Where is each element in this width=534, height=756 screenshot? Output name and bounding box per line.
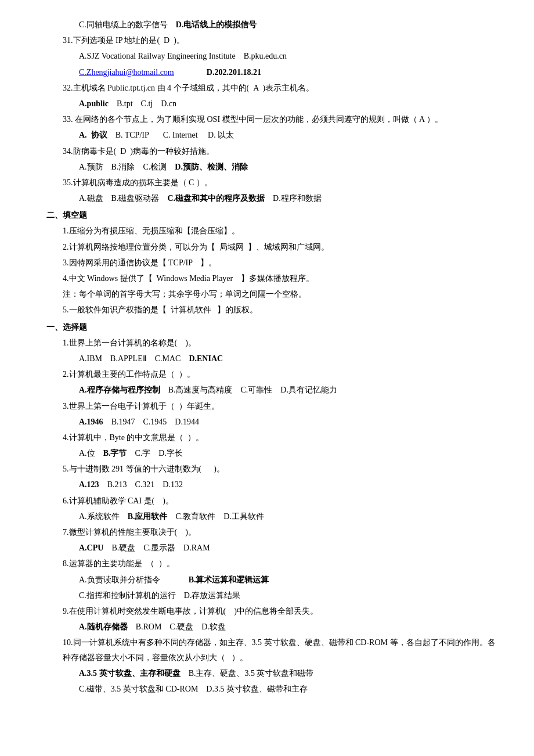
q4-options: A.位 B.字节 C.字 D.字长: [46, 446, 499, 460]
q10: 10.同一计算机系统中有多种不同的存储器，如主存、3.5 英寸软盘、硬盘、磁带和…: [46, 635, 499, 664]
line-2: 31.下列选项是 IP 地址的是( D )。: [46, 33, 499, 48]
answer-a-8: A. 协议: [79, 131, 107, 139]
q1-options: A.IBM B.APPLEⅡ C.MAC D.ENIAC: [46, 351, 499, 366]
q8-options-2: C.指挥和控制计算机的运行 D.存放运算结果: [46, 588, 499, 603]
q10-options-2: C.磁带、3.5 英寸软盘和 CD-ROM D.3.5 英寸软盘、磁带和主存: [46, 682, 499, 696]
answer-a-q7: A.CPU: [79, 543, 103, 552]
answer-d-1: D.电话线上的模拟信号: [176, 20, 257, 29]
email-link: C.Zhengjiahui@hotmail.com: [79, 68, 174, 77]
q2-options: A.程序存储与程序控制 B.高速度与高精度 C.可靠性 D.具有记忆能力: [46, 383, 499, 397]
line-7: 33. 在网络的各个节点上，为了顺利实现 OSI 模型中同一层次的功能，必须共同…: [46, 112, 499, 127]
q9: 9.在使用计算机时突然发生断电事故，计算机( )中的信息将全部丢失。: [46, 604, 499, 618]
q8: 8.运算器的主要功能是 （ ）。: [46, 556, 499, 571]
q3: 3.世界上第一台电子计算机于（ ）年诞生。: [46, 399, 499, 413]
q3-options: A.1946 B.1947 C.1945 D.1944: [46, 415, 499, 429]
q2: 2.计算机最主要的工作特点是（ ）。: [46, 367, 499, 381]
line-8: A. 协议 B. TCP/IP C. Internet D. 以太: [46, 128, 499, 142]
q8-options-1: A.负责读取并分析指令 B.算术运算和逻辑运算: [46, 573, 499, 587]
section-choice: 一、选择题: [46, 320, 499, 334]
line-9: 34.防病毒卡是( D )病毒的一种较好措施。: [46, 144, 499, 159]
fill-1: 1.压缩分为有损压缩、无损压缩和【混合压缩】。: [46, 224, 499, 238]
line-4: C.Zhengjiahui@hotmail.com D.202.201.18.2…: [46, 65, 499, 80]
q1: 1.世界上第一台计算机的名称是( )。: [46, 336, 499, 350]
answer-c-12: C.磁盘和其中的程序及数据: [167, 194, 265, 203]
answer-d-2: D.202.201.18.21: [207, 68, 261, 77]
main-content: C.同轴电缆上的数字信号 D.电话线上的模拟信号 31.下列选项是 IP 地址的…: [46, 17, 499, 696]
line-11: 35.计算机病毒造成的损坏主要是（ C ）。: [46, 175, 499, 190]
answer-b-q4: B.字节: [103, 449, 127, 458]
answer-a-6: A.public: [79, 99, 109, 108]
fill-3: 3.因特网采用的通信协议是【 TCP/IP 】。: [46, 255, 499, 270]
q9-options: A.随机存储器 B.ROM C.硬盘 D.软盘: [46, 620, 499, 634]
line-10: A.预防 B.消除 C.检测 D.预防、检测、消除: [46, 160, 499, 174]
q6-options: A.系统软件 B.应用软件 C.教育软件 D.工具软件: [46, 509, 499, 524]
answer-b-q6: B.应用软件: [128, 512, 168, 521]
answer-a-q2: A.程序存储与程序控制: [79, 386, 160, 394]
line-3: A.SJZ Vocational Railway Engineering Ins…: [46, 49, 499, 63]
section-fill: 二、填空题: [46, 208, 499, 222]
q7: 7.微型计算机的性能主要取决于( )。: [46, 525, 499, 539]
q7-options: A.CPU B.硬盘 C.显示器 D.RAM: [46, 541, 499, 555]
q5: 5.与十进制数 291 等值的十六进制数为( )。: [46, 462, 499, 476]
line-1: C.同轴电缆上的数字信号 D.电话线上的模拟信号: [46, 17, 499, 32]
answer-a-q3: A.1946: [79, 417, 103, 426]
fill-2: 2.计算机网络按地理位置分类，可以分为【 局域网 】、城域网和广域网。: [46, 240, 499, 254]
answer-a-q5: A.123: [79, 480, 99, 489]
q6: 6.计算机辅助教学 CAI 是( )。: [46, 494, 499, 508]
answer-b-q8: B.算术运算和逻辑运算: [189, 575, 269, 584]
line-6: A.public B.tpt C.tj D.cn: [46, 96, 499, 111]
q10-options-1: A.3.5 英寸软盘、主存和硬盘 B.主存、硬盘、3.5 英寸软盘和磁带: [46, 666, 499, 681]
q4: 4.计算机中，Byte 的中文意思是（ ）。: [46, 430, 499, 445]
line-12: A.磁盘 B.磁盘驱动器 C.磁盘和其中的程序及数据 D.程序和数据: [46, 191, 499, 206]
answer-a-q10: A.3.5 英寸软盘、主存和硬盘: [79, 669, 181, 678]
fill-4: 4.中文 Windows 提供了【 Windows Media Player 】…: [46, 271, 499, 286]
answer-a-q9: A.随机存储器: [79, 622, 128, 631]
answer-d-q1: D.ENIAC: [189, 354, 223, 363]
q5-options: A.123 B.213 C.321 D.132: [46, 477, 499, 492]
line-5: 32.主机域名 Public.tpt.tj.cn 由 4 个子域组成，其中的( …: [46, 81, 499, 95]
answer-d-10: D.预防、检测、消除: [175, 163, 248, 171]
fill-5: 5.一般软件知识产权指的是【 计算机软件 】的版权。: [46, 303, 499, 317]
fill-note: 注：每个单词的首字母大写；其余字母小写；单词之间隔一个空格。: [46, 287, 499, 301]
